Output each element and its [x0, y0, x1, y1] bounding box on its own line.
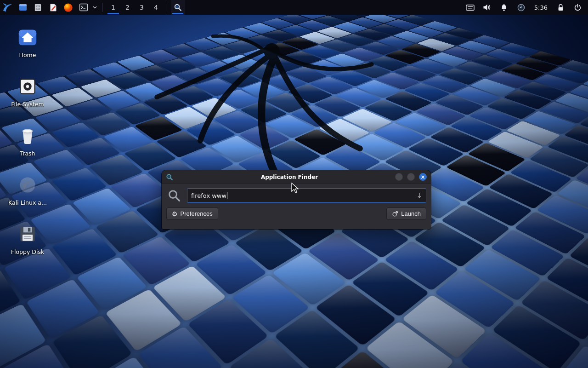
panel-separator	[167, 3, 167, 12]
close-icon: ×	[420, 174, 425, 180]
applications-menu-button[interactable]	[0, 0, 15, 15]
file-cabinet-launcher[interactable]	[30, 0, 45, 15]
kali-link-icon	[17, 174, 39, 196]
workspace-1-button[interactable]: 1	[106, 0, 120, 15]
desktop-icon-column: Home File System Trash	[6, 24, 50, 270]
firefox-icon	[63, 3, 73, 12]
search-icon	[167, 189, 181, 202]
keyboard-icon	[466, 5, 475, 11]
screen-lock[interactable]	[552, 0, 569, 15]
close-button[interactable]: ×	[419, 173, 427, 181]
maximize-button[interactable]	[407, 173, 415, 181]
desktop-icon-file-system[interactable]: File System	[6, 73, 50, 122]
workspace-label: 4	[154, 4, 158, 11]
workspace-3-button[interactable]: 3	[135, 0, 149, 15]
volume-control[interactable]	[479, 0, 496, 15]
trash-icon	[17, 125, 39, 147]
clock[interactable]: 5:36	[530, 4, 552, 11]
taskbar-application-finder[interactable]	[171, 0, 185, 15]
app-finder-task-icon	[174, 3, 182, 12]
floppy-disk-icon	[17, 223, 39, 245]
text-editor-icon	[49, 3, 57, 12]
desktop-icon-label: Home	[19, 52, 36, 58]
workspace-label: 2	[125, 4, 130, 11]
desktop-icon-home[interactable]: Home	[6, 24, 50, 73]
panel-separator	[102, 3, 102, 12]
window-title: Application Finder	[189, 174, 390, 180]
workspace-2-button[interactable]: 2	[120, 0, 135, 15]
terminal-launcher[interactable]	[76, 0, 91, 15]
search-input-value: firefox www	[191, 192, 226, 199]
file-cabinet-icon	[34, 3, 42, 12]
chevron-down-icon	[93, 6, 97, 9]
entry-dropdown-icon[interactable]: ↓	[416, 192, 422, 199]
panel-left: 1 2 3 4	[0, 0, 185, 15]
search-input[interactable]: firefox www ↓	[187, 188, 426, 203]
gear-icon: ⚙	[172, 211, 178, 217]
terminal-icon	[79, 3, 88, 12]
desktop-icon-floppy-disk[interactable]: Floppy Disk	[6, 221, 50, 270]
lock-icon	[557, 4, 564, 12]
preferences-button[interactable]: ⚙ Preferences	[166, 207, 218, 220]
preferences-label: Preferences	[181, 210, 213, 217]
window-search-icon	[166, 173, 173, 181]
firefox-launcher[interactable]	[61, 0, 76, 15]
power-icon	[574, 4, 582, 12]
bell-icon	[500, 4, 508, 12]
file-manager-launcher[interactable]	[15, 0, 30, 15]
top-panel: 1 2 3 4	[0, 0, 588, 15]
mouse-cursor	[291, 183, 300, 196]
terminal-dropdown-button[interactable]	[91, 0, 98, 15]
launch-button[interactable]: Launch	[386, 207, 426, 220]
finder-actions: ⚙ Preferences Launch	[162, 205, 431, 224]
file-manager-icon	[18, 3, 28, 12]
session-power[interactable]	[569, 0, 586, 15]
desktop-icon-label: Kali Linux a...	[8, 199, 47, 206]
desktop-icon-trash[interactable]: Trash	[6, 122, 50, 172]
launch-icon	[392, 211, 398, 217]
update-status-icon	[517, 4, 525, 12]
keyboard-indicator[interactable]	[462, 0, 479, 15]
minimize-button[interactable]	[395, 173, 403, 181]
desktop-icon-label: Floppy Disk	[11, 248, 44, 255]
kali-menu-icon	[2, 2, 13, 13]
workspace-label: 3	[140, 4, 144, 11]
volume-icon	[483, 4, 491, 11]
desktop-icon-label: File System	[11, 101, 44, 108]
workspace-4-button[interactable]: 4	[149, 0, 163, 15]
launch-label: Launch	[401, 210, 421, 217]
window-controls: ×	[395, 173, 427, 181]
home-folder-icon	[17, 26, 39, 48]
file-system-drive-icon	[17, 75, 39, 98]
application-finder-window: Application Finder × firefox www ↓	[162, 170, 431, 229]
desktop: Home File System Trash	[0, 0, 588, 368]
workspace-label: 1	[111, 4, 115, 11]
update-indicator[interactable]	[513, 0, 530, 15]
desktop-icon-kali-docs[interactable]: Kali Linux a...	[6, 172, 50, 221]
text-caret	[227, 192, 227, 199]
titlebar[interactable]: Application Finder ×	[162, 170, 431, 184]
panel-right: 5:36	[462, 0, 588, 15]
notifications[interactable]	[496, 0, 513, 15]
desktop-icon-label: Trash	[20, 150, 35, 157]
text-editor-launcher[interactable]	[45, 0, 61, 15]
